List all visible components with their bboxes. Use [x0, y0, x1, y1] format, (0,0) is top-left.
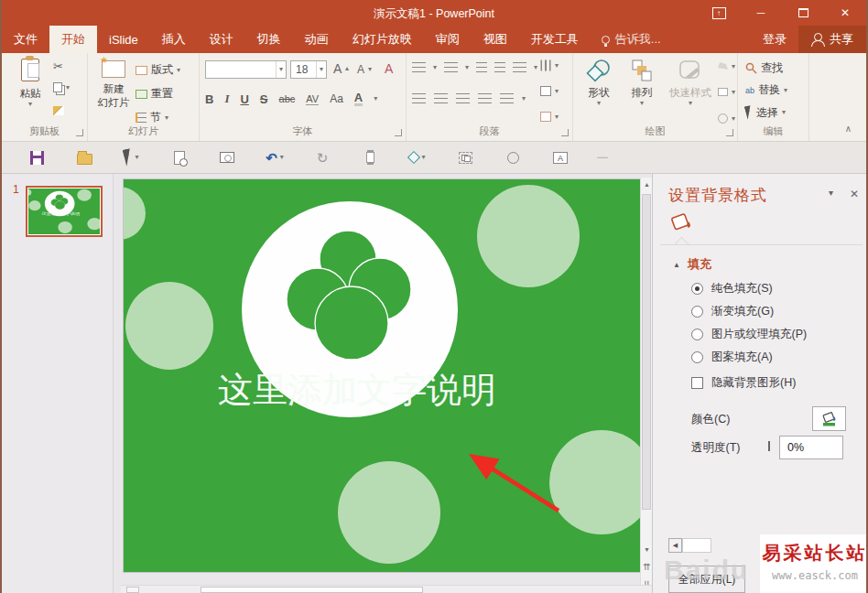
panel-scroll-thumb[interactable] [682, 538, 711, 553]
find-button[interactable]: 查找 [745, 60, 783, 76]
numbering-icon[interactable] [444, 62, 458, 72]
subscript-abc-button[interactable]: abc [279, 93, 296, 104]
paste-button[interactable]: 粘贴 ▾ [11, 59, 49, 108]
section-button[interactable]: 节▾ [136, 110, 168, 125]
clipboard-dialog-launcher[interactable] [76, 129, 83, 136]
tab-design[interactable]: 设计 [198, 26, 245, 53]
tab-animations[interactable]: 动画 [293, 26, 341, 53]
group-objects-button[interactable] [441, 152, 489, 164]
character-spacing-button[interactable]: AV [306, 93, 319, 105]
insert-textbox-button[interactable]: A [537, 152, 584, 164]
close-button[interactable]: ✕ [824, 0, 866, 26]
redo-button[interactable]: ↻ [298, 151, 346, 165]
align-right-icon[interactable] [456, 93, 470, 103]
grow-font-button[interactable]: A▾ [333, 61, 349, 76]
align-left-icon[interactable] [412, 93, 426, 103]
tab-file[interactable]: 文件 [2, 26, 49, 53]
insert-shapes-button[interactable]: ▾ [394, 153, 441, 162]
option-picture-fill[interactable]: 图片或纹理填充(P) [691, 327, 807, 342]
vertical-scroll-thumb[interactable] [642, 194, 651, 510]
layout-button[interactable]: 版式▾ [136, 62, 180, 78]
hide-background-checkbox[interactable]: 隐藏背景图形(H) [691, 375, 796, 391]
font-color-button[interactable]: A [354, 92, 363, 106]
select-button[interactable]: 选择▾ [745, 104, 786, 121]
reset-button[interactable]: 重置 [136, 86, 173, 102]
tab-transitions[interactable]: 切换 [245, 26, 293, 53]
touch-mode-button[interactable]: ▾ [108, 149, 156, 166]
shapes-button[interactable]: 形状 ▾ [579, 59, 619, 107]
paragraph-dialog-launcher[interactable] [561, 129, 569, 136]
justify-icon[interactable] [478, 93, 492, 103]
panel-menu-button[interactable]: ▾ [829, 188, 833, 198]
smartart-button[interactable]: ▾ [540, 112, 559, 122]
qat-overflow[interactable]: ─ [584, 149, 621, 166]
tab-insert[interactable]: 插入 [150, 26, 198, 53]
tab-developer[interactable]: 开发工具 [519, 26, 591, 53]
columns-icon[interactable] [500, 93, 514, 103]
fill-bucket-icon[interactable] [668, 210, 696, 235]
collapse-ribbon-button[interactable]: ∧ [845, 124, 852, 134]
text-direction-button[interactable]: ▾ [540, 60, 559, 70]
print-preview-button[interactable] [156, 151, 203, 165]
shape-fill-button[interactable]: ▾ [718, 62, 735, 71]
horizontal-scrollbar[interactable] [121, 585, 652, 593]
option-pattern-fill[interactable]: 图案填充(A) [691, 350, 773, 365]
align-shape-button[interactable] [346, 152, 394, 163]
tab-view[interactable]: 视图 [472, 26, 519, 53]
start-slideshow-button[interactable] [203, 152, 251, 163]
tab-home[interactable]: 开始 [49, 26, 97, 53]
horizontal-scroll-thumb[interactable] [201, 587, 423, 593]
color-picker-button[interactable] [812, 406, 846, 431]
italic-button[interactable]: I [224, 92, 229, 106]
option-solid-fill[interactable]: 纯色填充(S) [691, 281, 773, 296]
option-gradient-fill[interactable]: 渐变填充(G) [691, 304, 774, 319]
line-spacing-icon[interactable] [513, 62, 526, 72]
tab-slideshow[interactable]: 幻灯片放映 [341, 26, 424, 53]
sign-in-button[interactable]: 登录 [751, 26, 798, 53]
save-button[interactable] [13, 151, 60, 165]
slide-canvas[interactable]: 这里添加文字说明 [124, 179, 640, 572]
undo-button[interactable]: ↶▾ [251, 151, 298, 165]
format-painter-button[interactable] [53, 106, 64, 115]
apply-to-all-button[interactable]: 全部应用(L) [668, 566, 745, 593]
quick-styles-button[interactable]: 快速样式 ▾ [663, 59, 718, 107]
slide-thumbnail[interactable]: 这里添加文字说明 [26, 186, 103, 237]
change-case-button[interactable]: Aa [330, 92, 343, 105]
font-dialog-launcher[interactable] [395, 129, 402, 136]
underline-button[interactable]: U [240, 92, 248, 106]
bold-button[interactable]: B [205, 92, 213, 106]
open-button[interactable] [60, 151, 108, 165]
cut-button[interactable]: ✂ [53, 60, 63, 72]
shrink-font-button[interactable]: A▾ [357, 63, 372, 76]
copy-button[interactable]: ▾ [53, 82, 70, 92]
minimize-button[interactable]: ─ [740, 0, 782, 26]
drawing-dialog-launcher[interactable] [726, 129, 733, 136]
replace-button[interactable]: ab替换▾ [745, 82, 787, 98]
tab-islide[interactable]: iSlide [97, 26, 150, 53]
slide-caption-text[interactable]: 这里添加文字说明 [218, 371, 496, 409]
bullets-icon[interactable] [412, 62, 426, 72]
shape-outline-button[interactable]: ▾ [718, 88, 735, 96]
ribbon-display-options-button[interactable]: ↑ [698, 0, 740, 26]
vertical-scrollbar[interactable]: ▲ ▼ ⇈ ⇊ [640, 178, 652, 593]
align-text-button[interactable]: ▾ [540, 86, 559, 96]
increase-indent-icon[interactable] [494, 62, 505, 72]
panel-scroll-left-button[interactable]: ◀ [668, 538, 682, 553]
restore-button[interactable] [782, 0, 824, 26]
fill-section-header[interactable]: ▲ 填充 [673, 256, 711, 273]
shape-effects-button[interactable]: ▾ [718, 113, 735, 124]
transparency-slider[interactable] [768, 441, 770, 451]
arrange-button[interactable]: 排列 ▾ [623, 59, 661, 107]
decrease-indent-icon[interactable] [476, 62, 487, 72]
new-slide-button[interactable]: 新建 幻灯片 [93, 60, 134, 110]
insert-oval-button[interactable] [489, 152, 537, 164]
font-name-combo[interactable]: ▾ [205, 60, 287, 79]
share-button[interactable]: 共享 [798, 26, 866, 53]
align-center-icon[interactable] [434, 93, 448, 103]
clear-formatting-button[interactable]: A [385, 61, 393, 76]
tell-me-box[interactable]: 告诉我... [591, 26, 672, 53]
tab-review[interactable]: 审阅 [424, 26, 472, 53]
font-size-combo[interactable]: 18▾ [290, 60, 327, 79]
transparency-input[interactable]: 0% [779, 436, 843, 459]
panel-close-button[interactable]: ✕ [850, 188, 859, 200]
